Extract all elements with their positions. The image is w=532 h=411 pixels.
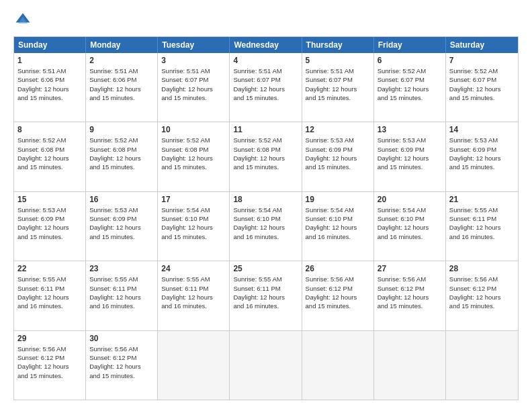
day-number: 19: [306, 195, 370, 204]
day-number: 27: [378, 264, 442, 273]
cell-line: Sunset: 6:09 PM: [17, 214, 82, 223]
day-cell-30: 30Sunrise: 5:56 AMSunset: 6:12 PMDayligh…: [86, 331, 158, 400]
day-cell-27: 27Sunrise: 5:56 AMSunset: 6:12 PMDayligh…: [374, 261, 446, 330]
cell-line: Sunrise: 5:56 AM: [378, 275, 442, 283]
cell-line: Sunrise: 5:56 AM: [17, 345, 82, 353]
cell-line: Sunrise: 5:54 AM: [233, 205, 298, 214]
day-cell-7: 7Sunrise: 5:52 AMSunset: 6:07 PMDaylight…: [446, 53, 518, 122]
cell-line: Sunset: 6:10 PM: [306, 214, 370, 223]
cell-line: Sunrise: 5:55 AM: [89, 275, 154, 283]
cell-line: Daylight: 12 hours: [378, 223, 442, 232]
cell-line: Daylight: 12 hours: [17, 154, 82, 163]
cell-line: Sunset: 6:08 PM: [17, 145, 82, 154]
cell-line: Sunset: 6:06 PM: [89, 75, 154, 84]
cell-line: Sunset: 6:10 PM: [161, 214, 226, 223]
day-number: 9: [89, 125, 154, 134]
header-day-saturday: Saturday: [446, 37, 518, 53]
header-day-sunday: Sunday: [14, 37, 86, 53]
cell-line: Sunrise: 5:52 AM: [17, 136, 82, 144]
day-cell-25: 25Sunrise: 5:55 AMSunset: 6:11 PMDayligh…: [230, 261, 302, 330]
day-number: 10: [161, 125, 226, 134]
cell-line: and 15 minutes.: [233, 93, 298, 102]
cell-line: Sunrise: 5:54 AM: [306, 205, 370, 214]
cell-line: Sunset: 6:12 PM: [449, 284, 515, 293]
cell-line: and 15 minutes.: [17, 93, 82, 102]
cell-line: and 15 minutes.: [306, 93, 370, 102]
day-number: 18: [233, 195, 298, 204]
day-number: 25: [233, 264, 298, 273]
cell-line: Sunset: 6:11 PM: [449, 214, 515, 223]
day-number: 3: [161, 56, 226, 65]
cell-line: Sunset: 6:07 PM: [233, 75, 298, 84]
cell-line: and 15 minutes.: [161, 163, 226, 171]
cell-line: Sunrise: 5:51 AM: [233, 66, 298, 75]
cell-line: Daylight: 12 hours: [378, 293, 442, 302]
cell-line: Sunrise: 5:55 AM: [233, 275, 298, 283]
day-cell-21: 21Sunrise: 5:55 AMSunset: 6:11 PMDayligh…: [446, 192, 518, 261]
cell-line: and 16 minutes.: [161, 302, 226, 310]
day-cell-22: 22Sunrise: 5:55 AMSunset: 6:11 PMDayligh…: [14, 261, 86, 330]
cell-line: and 15 minutes.: [89, 163, 154, 171]
calendar-week-4: 22Sunrise: 5:55 AMSunset: 6:11 PMDayligh…: [14, 261, 518, 330]
cell-line: and 15 minutes.: [89, 232, 154, 241]
cell-line: and 15 minutes.: [378, 163, 442, 171]
day-cell-20: 20Sunrise: 5:54 AMSunset: 6:10 PMDayligh…: [374, 192, 446, 261]
day-number: 2: [89, 56, 154, 65]
page: SundayMondayTuesdayWednesdayThursdayFrid…: [0, 0, 532, 411]
header-day-monday: Monday: [86, 37, 158, 53]
day-cell-28: 28Sunrise: 5:56 AMSunset: 6:12 PMDayligh…: [446, 261, 518, 330]
day-number: 28: [449, 264, 515, 273]
day-number: 4: [233, 56, 298, 65]
cell-line: Daylight: 12 hours: [161, 293, 226, 302]
cell-line: Sunrise: 5:56 AM: [306, 275, 370, 283]
cell-line: and 16 minutes.: [233, 232, 298, 241]
calendar-week-1: 1Sunrise: 5:51 AMSunset: 6:06 PMDaylight…: [14, 53, 518, 122]
day-cell-5: 5Sunrise: 5:51 AMSunset: 6:07 PMDaylight…: [302, 53, 374, 122]
day-cell-6: 6Sunrise: 5:52 AMSunset: 6:07 PMDaylight…: [374, 53, 446, 122]
logo: [13, 11, 35, 30]
cell-line: Sunset: 6:11 PM: [233, 284, 298, 293]
cell-line: and 15 minutes.: [306, 302, 370, 310]
cell-line: Daylight: 12 hours: [449, 85, 515, 93]
cell-line: Daylight: 12 hours: [306, 293, 370, 302]
cell-line: Daylight: 12 hours: [17, 293, 82, 302]
cell-line: Sunrise: 5:51 AM: [89, 66, 154, 75]
cell-line: Daylight: 12 hours: [449, 293, 515, 302]
cell-line: Sunset: 6:09 PM: [449, 145, 515, 154]
cell-line: Sunrise: 5:52 AM: [449, 66, 515, 75]
cell-line: Sunset: 6:09 PM: [89, 214, 154, 223]
day-number: 26: [306, 264, 370, 273]
empty-cell: [230, 331, 302, 400]
cell-line: Sunrise: 5:51 AM: [306, 66, 370, 75]
day-number: 29: [17, 334, 82, 343]
cell-line: and 15 minutes.: [378, 302, 442, 310]
day-number: 23: [89, 264, 154, 273]
cell-line: and 16 minutes.: [89, 302, 154, 310]
day-cell-24: 24Sunrise: 5:55 AMSunset: 6:11 PMDayligh…: [158, 261, 230, 330]
day-cell-14: 14Sunrise: 5:53 AMSunset: 6:09 PMDayligh…: [446, 122, 518, 191]
cell-line: Sunset: 6:08 PM: [233, 145, 298, 154]
cell-line: Daylight: 12 hours: [378, 85, 442, 93]
day-number: 17: [161, 195, 226, 204]
empty-cell: [374, 331, 446, 400]
cell-line: Daylight: 12 hours: [89, 293, 154, 302]
cell-line: Sunrise: 5:55 AM: [449, 205, 515, 214]
day-cell-12: 12Sunrise: 5:53 AMSunset: 6:09 PMDayligh…: [302, 122, 374, 191]
cell-line: Sunrise: 5:51 AM: [161, 66, 226, 75]
header-day-thursday: Thursday: [302, 37, 374, 53]
day-number: 14: [449, 125, 515, 134]
day-cell-3: 3Sunrise: 5:51 AMSunset: 6:07 PMDaylight…: [158, 53, 230, 122]
day-cell-2: 2Sunrise: 5:51 AMSunset: 6:06 PMDaylight…: [86, 53, 158, 122]
cell-line: Sunset: 6:11 PM: [89, 284, 154, 293]
cell-line: and 15 minutes.: [17, 163, 82, 171]
empty-cell: [446, 331, 518, 400]
header: [13, 11, 519, 30]
day-cell-9: 9Sunrise: 5:52 AMSunset: 6:08 PMDaylight…: [86, 122, 158, 191]
cell-line: and 15 minutes.: [17, 371, 82, 380]
day-cell-18: 18Sunrise: 5:54 AMSunset: 6:10 PMDayligh…: [230, 192, 302, 261]
day-cell-29: 29Sunrise: 5:56 AMSunset: 6:12 PMDayligh…: [14, 331, 86, 400]
cell-line: Sunset: 6:12 PM: [89, 353, 154, 362]
day-number: 15: [17, 195, 82, 204]
cell-line: Sunset: 6:07 PM: [378, 75, 442, 84]
cell-line: Sunrise: 5:52 AM: [378, 66, 442, 75]
